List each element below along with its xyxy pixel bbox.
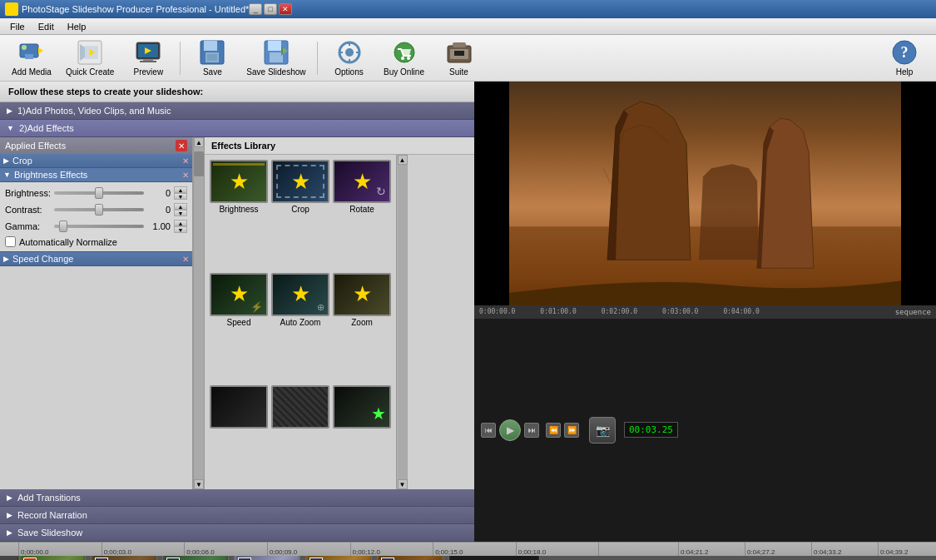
svg-rect-42 (901, 82, 936, 305)
crop-effect-thumb[interactable]: ★ Crop (271, 160, 329, 270)
step-2-arrow: ▼ (7, 124, 14, 132)
skip-end-button[interactable]: ⏭ (524, 423, 539, 438)
contrast-label: Contrast: (5, 205, 51, 215)
svg-rect-34 (454, 51, 464, 56)
speed-effect-thumb[interactable]: ★ ⚡ Speed (210, 273, 268, 383)
svg-rect-10 (143, 59, 153, 61)
svg-rect-18 (268, 41, 281, 51)
clip-5[interactable]: 3.0 secs ⊞ (305, 556, 372, 560)
crop-effect-row[interactable]: ▶ Crop ✕ (0, 154, 192, 168)
gamma-thumb[interactable] (59, 221, 67, 232)
brightness-up[interactable]: ▲ (174, 186, 187, 193)
sequence-label: sequence (895, 308, 931, 316)
gamma-arrows: ▲ ▼ (174, 220, 187, 233)
svg-rect-19 (270, 52, 283, 62)
gamma-track[interactable] (54, 225, 144, 228)
clip-3[interactable]: 3.0 secs ⊞ (162, 556, 229, 560)
applied-scrollbar: ▲ ▼ (193, 137, 205, 489)
step-4-arrow: ▶ (7, 511, 12, 519)
close-button[interactable]: ✕ (279, 3, 292, 15)
rotate-effect-thumb[interactable]: ★ ↻ Rotate (333, 160, 391, 270)
skip-start-button[interactable]: ⏮ (481, 423, 496, 438)
brightness-down[interactable]: ▼ (174, 193, 187, 200)
svg-rect-41 (474, 82, 509, 305)
brightness-track[interactable] (54, 191, 144, 195)
autozoom-effect-thumb[interactable]: ★ ⊕ Auto Zoom (271, 273, 329, 383)
timeline-ruler: 0;00;00.0 0;00;03.0 0;00;06.0 0;00;09.0 … (0, 542, 936, 556)
applied-effects-close[interactable]: ✕ (176, 140, 187, 151)
options-button[interactable]: Options (323, 38, 376, 78)
minimize-button[interactable]: _ (249, 3, 262, 15)
clip-2[interactable]: 3.0 secs ⊞ (91, 556, 157, 560)
zoom-thumb-img: ★ (333, 273, 391, 316)
applied-scroll-down[interactable]: ▼ (194, 479, 204, 489)
speed-remove[interactable]: ✕ (182, 255, 189, 264)
clip-6[interactable]: 3.0 secs ⊞ (377, 556, 443, 560)
clip-1[interactable]: 3.0 secs ✕ (19, 556, 86, 560)
step-1-panel[interactable]: ▶ 1) Add Photos, Video Clips, and Music (0, 102, 474, 120)
effect-r3c2-img: ★ (333, 385, 391, 429)
timecode-display: 00:03.25 (624, 422, 678, 438)
step-3-label: Add Transitions (17, 493, 81, 503)
speed-change-row[interactable]: ▶ Speed Change ✕ (0, 252, 192, 266)
step-2-panel[interactable]: ▼ 2) Add Effects (0, 120, 474, 137)
contrast-value: 0 (147, 205, 171, 215)
brightness-thumb[interactable] (95, 187, 103, 199)
applied-scroll-up[interactable]: ▲ (194, 137, 204, 147)
snapshot-button[interactable]: 📷 (589, 417, 616, 444)
gamma-up[interactable]: ▲ (174, 220, 187, 226)
help-button[interactable]: ? Help (878, 38, 931, 78)
svg-point-3 (22, 45, 27, 50)
brightness-effect-thumb[interactable]: ★ Brightness (210, 160, 268, 270)
options-label: Options (334, 67, 363, 77)
help-label: Help (896, 67, 914, 77)
next-frame-button[interactable]: ⏩ (564, 423, 579, 438)
save-slideshow-button[interactable]: Save Slideshow (240, 38, 311, 78)
step-3-panel[interactable]: ▶ Add Transitions (0, 489, 474, 507)
step-5-panel[interactable]: ▶ Save Slideshow (0, 524, 474, 542)
library-scrollbar: ▲ ▼ (396, 155, 408, 489)
brightness-arrow: ▼ (3, 171, 11, 179)
step-4-panel[interactable]: ▶ Record Narration (0, 507, 474, 524)
library-scroll-down[interactable]: ▼ (398, 479, 408, 489)
play-button[interactable]: ▶ (499, 419, 521, 441)
normalize-checkbox[interactable] (5, 236, 16, 247)
applied-scroll-thumb[interactable] (194, 151, 204, 176)
save-icon (199, 39, 225, 66)
gamma-down[interactable]: ▼ (174, 226, 187, 233)
menu-file[interactable]: File (3, 20, 32, 33)
effect-r3c1-thumb[interactable] (271, 385, 329, 484)
ruler-mark-2: 0;00;06.0 (184, 543, 267, 556)
zoom-effect-thumb[interactable]: ★ Zoom (333, 273, 391, 383)
svg-rect-11 (140, 61, 156, 62)
preview-button[interactable]: Preview (121, 38, 175, 78)
suite-button[interactable]: Suite (433, 38, 486, 78)
contrast-thumb[interactable] (95, 204, 103, 216)
contrast-up[interactable]: ▲ (174, 203, 187, 210)
ruler-right-2: 0:04;33.2 (811, 543, 878, 556)
menu-help[interactable]: Help (61, 20, 93, 33)
crop-thumb-img: ★ (271, 160, 329, 203)
preview-label: Preview (134, 67, 164, 77)
crop-remove[interactable]: ✕ (182, 156, 189, 166)
save-button[interactable]: Save (186, 38, 239, 78)
contrast-down[interactable]: ▼ (174, 210, 187, 216)
clip-4[interactable]: 3.0 secs ⊞ (234, 556, 300, 560)
svg-point-30 (407, 57, 410, 60)
brightness-effects-remove[interactable]: ✕ (182, 171, 189, 180)
effect-r3c2-thumb[interactable]: ★ (333, 385, 391, 484)
contrast-track[interactable] (54, 208, 144, 211)
menu-bar: File Edit Help (0, 18, 936, 35)
buy-online-button[interactable]: Buy Online (378, 38, 431, 78)
brightness-effects-row[interactable]: ▼ Brightness Effects ✕ (0, 168, 192, 182)
quick-create-button[interactable]: Quick Create (60, 38, 120, 78)
clip-7[interactable]: Purple Micro S... 4m 3.3s ▶ (448, 556, 540, 560)
effect-r3c0-thumb[interactable] (210, 385, 268, 484)
maximize-button[interactable]: □ (264, 3, 277, 15)
menu-edit[interactable]: Edit (32, 20, 61, 33)
prev-frame-button[interactable]: ⏪ (546, 423, 561, 438)
rotate-effect-label: Rotate (349, 205, 374, 214)
library-scroll-up[interactable]: ▲ (398, 155, 408, 165)
add-media-button[interactable]: Add Media (5, 38, 58, 78)
preview-playback-controls: ⏮ ▶ ⏭ ⏪ ⏩ 📷 00:03.25 (474, 319, 936, 543)
